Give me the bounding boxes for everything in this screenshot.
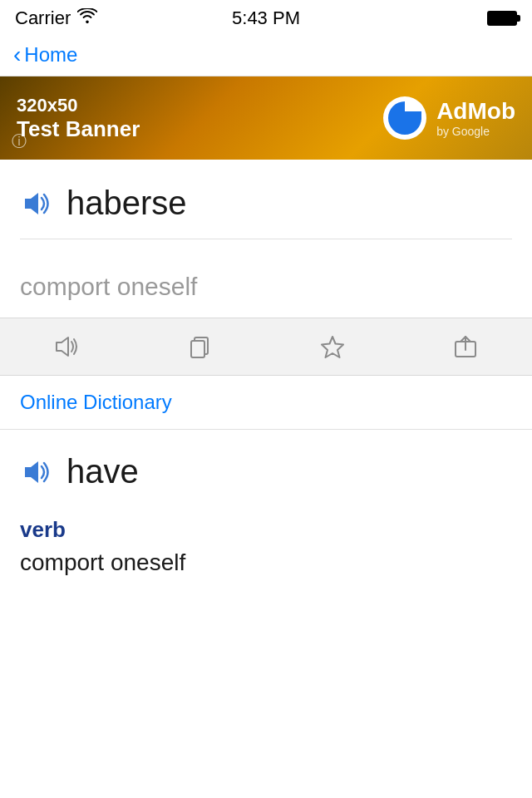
toolbar-copy-button[interactable] — [133, 333, 266, 360]
online-dict-link[interactable]: Online Dictionary — [20, 391, 172, 413]
carrier-text: Carrier — [15, 7, 71, 29]
carrier-wifi: Carrier — [15, 7, 97, 29]
toolbar-speaker-button[interactable] — [0, 333, 133, 360]
svg-marker-2 — [25, 193, 38, 214]
back-label: Home — [24, 43, 77, 66]
battery-indicator — [487, 11, 517, 26]
battery-icon — [487, 11, 517, 26]
definition-section: verb comport oneself — [0, 504, 532, 601]
admob-text: AdMob by Google — [436, 98, 515, 138]
toolbar-share-button[interactable] — [399, 333, 532, 360]
translation-section: comport oneself — [0, 256, 532, 318]
ad-banner-text: Test Banner — [17, 116, 140, 142]
svg-marker-3 — [57, 337, 68, 356]
admob-g-logo — [382, 95, 428, 141]
main-word-text: haberse — [66, 185, 187, 222]
nav-bar: ‹ Home — [0, 33, 532, 76]
admob-name: AdMob — [436, 98, 515, 125]
status-time: 5:43 PM — [232, 7, 300, 29]
second-word-text: have — [66, 453, 139, 490]
second-word-section: have — [0, 430, 532, 504]
word-divider — [20, 239, 512, 239]
main-speaker-icon[interactable] — [20, 190, 52, 218]
admob-logo: AdMob by Google — [382, 95, 515, 141]
status-bar: Carrier 5:43 PM — [0, 0, 532, 33]
online-dict-section: Online Dictionary — [0, 376, 532, 430]
translation-text: comport oneself — [20, 273, 197, 300]
toolbar — [0, 318, 532, 376]
ad-size-text: 320x50 — [17, 95, 140, 116]
ad-text-block: 320x50 Test Banner — [17, 95, 140, 142]
info-icon: ⓘ — [12, 131, 27, 151]
svg-rect-5 — [191, 341, 204, 357]
back-chevron-icon: ‹ — [13, 43, 21, 66]
ad-banner-inner: 320x50 Test Banner AdMob by Google — [17, 95, 515, 142]
main-word-header: haberse — [20, 185, 512, 222]
toolbar-favorite-button[interactable] — [266, 333, 399, 360]
ad-banner[interactable]: ⓘ 320x50 Test Banner AdMob by Google — [0, 76, 532, 160]
svg-marker-6 — [322, 337, 343, 357]
second-speaker-icon[interactable] — [20, 458, 52, 486]
definition-text: comport oneself — [20, 549, 512, 576]
main-word-section: haberse — [0, 160, 532, 256]
back-button[interactable]: ‹ Home — [13, 43, 77, 66]
second-word-header: have — [20, 453, 512, 490]
svg-rect-1 — [405, 111, 421, 120]
admob-by: by Google — [436, 125, 515, 138]
svg-marker-9 — [25, 461, 38, 483]
part-of-speech: verb — [20, 517, 512, 543]
wifi-icon — [77, 8, 97, 29]
